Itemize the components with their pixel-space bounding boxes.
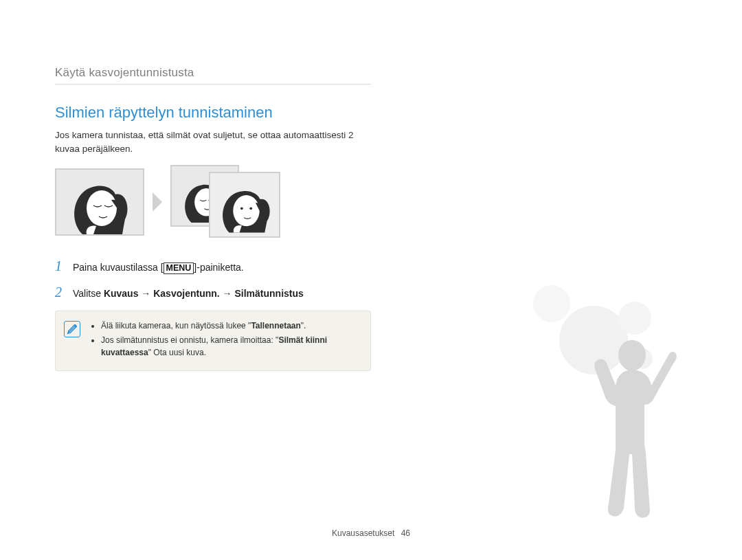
step-number: 1 <box>55 258 66 274</box>
bubble-icon <box>559 306 628 374</box>
breadcrumb: Käytä kasvojentunnistusta <box>55 66 371 80</box>
svg-point-0 <box>87 190 117 226</box>
note-block: Älä liikuta kameraa, kun näytössä lukee … <box>55 311 371 371</box>
note-icon <box>64 321 80 337</box>
intro-text: Jos kamera tunnistaa, että silmät ovat s… <box>55 128 371 155</box>
footer-section-label: Kuvausasetukset <box>332 528 394 538</box>
svg-point-3 <box>240 208 243 210</box>
result-photo-front <box>209 172 280 238</box>
bubble-icon <box>618 302 651 335</box>
note-list: Älä liikuta kameraa, kun näytössä lukee … <box>90 320 361 361</box>
step-text-prefix: Paina kuvaustilassa [ <box>73 262 164 273</box>
note-item: Älä liikuta kameraa, kun näytössä lukee … <box>101 320 361 333</box>
page-footer: Kuvausasetukset 46 <box>0 528 742 538</box>
step-text-suffix: ]-painiketta. <box>194 262 243 273</box>
example-images-row <box>55 165 371 239</box>
step-1: 1 Paina kuvaustilassa [MENU]-painiketta. <box>55 258 371 275</box>
note-text: " Ota uusi kuva. <box>148 348 206 357</box>
example-photo-eyes-closed <box>55 168 144 236</box>
footer-page-number: 46 <box>401 528 410 538</box>
bubble-icon <box>533 285 570 322</box>
decorative-silhouette <box>529 285 694 519</box>
steps-list: 1 Paina kuvaustilassa [MENU]-painiketta.… <box>55 258 371 371</box>
note-bold: Tallennetaan <box>251 321 300 331</box>
step-body: Valitse Kuvaus → Kasvojentunn. → Silmätu… <box>73 287 304 301</box>
horizontal-rule <box>55 84 371 85</box>
bubble-icon <box>632 348 653 369</box>
note-text: Älä liikuta kameraa, kun näytössä lukee … <box>101 321 251 331</box>
note-text: Jos silmätunnistus ei onnistu, kamera il… <box>101 335 278 345</box>
svg-point-2 <box>233 195 259 226</box>
result-photos-stack <box>170 165 280 239</box>
note-item: Jos silmätunnistus ei onnistu, kamera il… <box>101 334 361 359</box>
step-path: Kuvaus → Kasvojentunn. → Silmätunnistus <box>104 288 304 299</box>
step-2: 2 Valitse Kuvaus → Kasvojentunn. → Silmä… <box>55 284 371 301</box>
note-text: ". <box>301 321 306 331</box>
section-title: Silmien räpyttelyn tunnistaminen <box>55 104 371 122</box>
step-text-prefix: Valitse <box>73 288 104 299</box>
step-number: 2 <box>55 284 66 300</box>
step-body: Paina kuvaustilassa [MENU]-painiketta. <box>73 260 244 275</box>
child-silhouette-icon <box>583 340 679 519</box>
page-content: Käytä kasvojentunnistusta Silmien räpytt… <box>0 0 426 371</box>
arrow-right-icon <box>153 192 162 212</box>
menu-button-label: MENU <box>164 262 194 274</box>
svg-point-4 <box>249 208 252 210</box>
